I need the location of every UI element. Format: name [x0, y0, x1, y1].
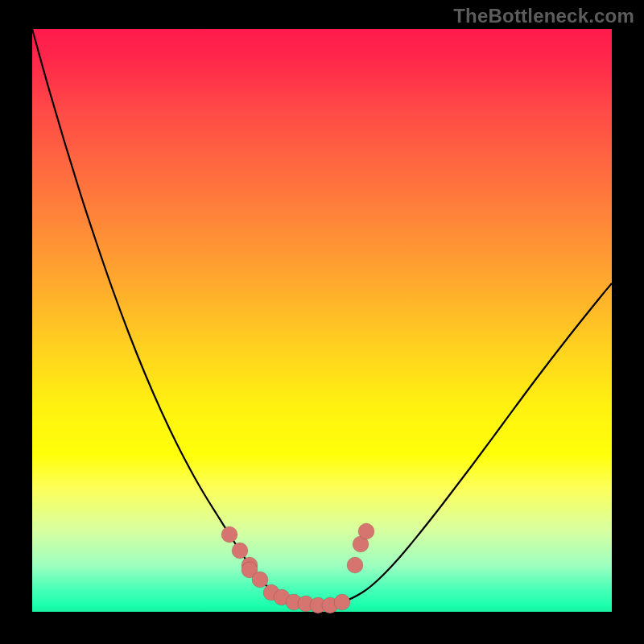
marker-dot [347, 557, 363, 573]
chart-frame: TheBottleneck.com [0, 0, 644, 644]
marker-dot [358, 523, 374, 539]
plot-area [32, 29, 612, 612]
marker-dot [252, 572, 268, 588]
bottleneck-curve [32, 29, 612, 605]
marker-dot [334, 594, 350, 610]
watermark-text: TheBottleneck.com [453, 5, 634, 27]
marker-dot [232, 543, 248, 559]
marker-dot [221, 526, 237, 543]
highlight-markers [221, 523, 374, 613]
curve-layer [32, 29, 612, 612]
